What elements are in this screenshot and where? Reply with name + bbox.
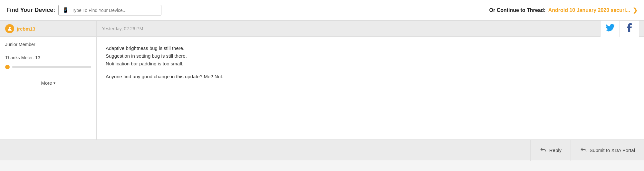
thanks-bar [12,66,91,68]
find-device-section: Find Your Device: 📱 [6,5,161,15]
post-container: jrcbm13 Yesterday, 02:26 PM [0,21,644,160]
post-line-1: Adaptive brightness bug is still there. [106,44,635,52]
post-header: jrcbm13 Yesterday, 02:26 PM [0,21,644,37]
submit-xda-button[interactable]: Submit to XDA Portal [571,140,644,161]
top-bar: Find Your Device: 📱 Or Continue to Threa… [0,0,644,21]
phone-icon: 📱 [62,7,69,13]
social-icons [600,21,639,37]
reply-label: Reply [549,147,562,153]
user-role: Junior Member [5,42,91,47]
post-line-2: Suggestion in setting bug is still there… [106,52,635,60]
more-section: More ▾ [5,79,91,87]
post-content: Adaptive brightness bug is still there. … [97,37,644,139]
find-device-input[interactable] [72,8,157,13]
thanks-dot [5,65,10,69]
post-line-3: Notification bar padding is too small. [106,60,635,68]
chevron-down-icon: ▾ [53,81,55,85]
sidebar-divider [5,51,91,51]
reply-button[interactable]: Reply [530,140,571,161]
post-body: Junior Member Thanks Meter: 13 More ▾ Ad… [0,37,644,140]
thanks-meter: Thanks Meter: 13 [5,55,91,60]
continue-thread-section: Or Continue to Thread: Android 10 Januar… [489,7,638,14]
facebook-icon [627,23,632,34]
username[interactable]: jrcbm13 [17,26,35,32]
post-header-left: jrcbm13 [0,21,97,36]
svg-point-0 [9,27,11,29]
facebook-share-button[interactable] [620,21,639,37]
post-line-4: Anyone find any good change in this upda… [106,73,635,81]
paragraph-gap [106,68,635,73]
find-device-input-wrapper: 📱 [58,5,161,15]
post-timestamp: Yesterday, 02:26 PM [102,26,143,31]
post-sidebar: Junior Member Thanks Meter: 13 More ▾ [0,37,97,139]
submit-icon [580,146,587,155]
footer-bar: Reply Submit to XDA Portal [0,140,644,160]
post-header-right: Yesterday, 02:26 PM [97,21,644,37]
chevron-right-icon: ❯ [633,7,638,14]
user-avatar [5,24,14,33]
twitter-icon [606,24,615,33]
more-button[interactable]: More ▾ [38,79,58,87]
twitter-share-button[interactable] [600,21,620,37]
find-device-label: Find Your Device: [6,7,55,14]
more-label: More [41,80,52,86]
submit-label: Submit to XDA Portal [590,147,635,153]
continue-thread-label: Or Continue to Thread: [489,7,546,13]
reply-icon [540,146,547,155]
thread-link[interactable]: Android 10 January 2020 securi... [548,7,630,13]
thanks-bar-wrapper [5,65,91,69]
